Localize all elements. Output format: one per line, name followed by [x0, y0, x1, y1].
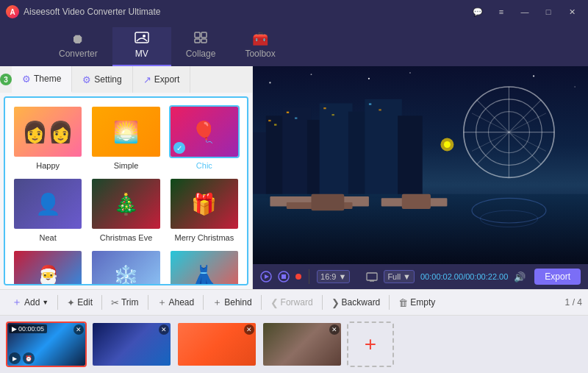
ahead-icon: ＋: [157, 296, 167, 309]
film-clock-icon[interactable]: ⏰: [23, 352, 35, 364]
aspect-dropdown-icon: ▼: [338, 272, 346, 281]
add-label: Add: [24, 297, 40, 308]
title-bar-left: A Aiseesoft Video Converter Ultimate: [6, 5, 161, 18]
svg-rect-3: [201, 32, 207, 38]
edit-icon: ✦: [67, 297, 75, 308]
theme-simple-label: Simple: [114, 161, 139, 170]
svg-rect-4: [195, 39, 200, 43]
tab-setting[interactable]: ⚙ Setting: [72, 66, 132, 93]
filmstrip-film3[interactable]: ✕: [176, 322, 257, 367]
behind-button[interactable]: ＋ Behind: [207, 293, 257, 312]
svg-point-12: [575, 86, 576, 87]
film-close-button[interactable]: ✕: [329, 324, 340, 335]
volume-button[interactable]: 🔊: [514, 271, 526, 283]
svg-point-39: [444, 141, 451, 148]
nav-collage-label: Collage: [186, 49, 216, 59]
tab-setting-label: Setting: [94, 74, 121, 85]
tab-export[interactable]: ↗ Export: [133, 66, 191, 93]
add-button[interactable]: ＋ Add ▼: [6, 293, 54, 312]
collage-icon: [194, 32, 207, 46]
svg-rect-52: [367, 273, 377, 280]
toolbar-divider-5: [261, 295, 262, 310]
close-button[interactable]: ✕: [562, 4, 582, 19]
maximize-button[interactable]: □: [538, 4, 559, 19]
svg-rect-23: [287, 112, 289, 113]
trim-label: Trim: [121, 297, 139, 308]
edit-button[interactable]: ✦ Edit: [61, 294, 98, 311]
filmstrip-film4[interactable]: ✕: [262, 322, 343, 367]
video-preview: [253, 66, 588, 264]
toolbar-divider-1: [57, 295, 58, 310]
themes-grid: 👩‍👩Happy🌅Simple🎈✓Chic👤Neat🎄Christmas Eve…: [4, 96, 248, 285]
mv-icon: [135, 32, 149, 46]
control-divider: [309, 269, 309, 284]
film-close-button[interactable]: ✕: [159, 324, 169, 335]
forward-button[interactable]: ❮ Forward: [265, 294, 319, 311]
minimize-button[interactable]: —: [514, 4, 535, 19]
toolbar-divider-3: [148, 295, 148, 310]
filmstrip-film1[interactable]: ▶ 00:00:05 ▶ ⏰ ✕: [6, 322, 87, 367]
svg-rect-45: [402, 194, 431, 209]
nav-toolbox[interactable]: 🧰 Toolbox: [230, 28, 290, 66]
theme-neat-label: Neat: [40, 233, 57, 242]
fit-dropdown-icon: ▼: [403, 272, 411, 281]
behind-label: Behind: [224, 297, 251, 308]
svg-rect-17: [320, 103, 353, 198]
theme-neat[interactable]: 👤Neat: [12, 177, 83, 242]
add-more-button[interactable]: +: [347, 322, 394, 367]
bottom-toolbar: ＋ Add ▼ ✦ Edit ✂ Trim ＋ Ahead ＋ Behind ❮…: [0, 289, 588, 316]
svg-rect-19: [365, 99, 401, 198]
video-controls: 16:9 ▼ Full ▼ 00:00:02.00/00:00:22.00: [253, 264, 588, 289]
tab-theme[interactable]: ⚙ Theme: [12, 66, 72, 93]
svg-rect-21: [268, 120, 270, 121]
filmstrip-film2[interactable]: ✕: [91, 322, 172, 367]
theme-simple[interactable]: 🌅Simple: [90, 105, 161, 170]
export-button[interactable]: Export: [534, 269, 581, 285]
aspect-ratio-select[interactable]: 16:9 ▼: [317, 270, 350, 283]
nav-mv[interactable]: MV: [112, 27, 171, 66]
forward-icon: ❮: [270, 297, 279, 308]
menu-button[interactable]: ≡: [491, 4, 512, 19]
ahead-label: Ahead: [169, 297, 195, 308]
theme-tab-icon: ⚙: [22, 74, 31, 85]
toolbox-icon: 🧰: [252, 32, 268, 46]
theme-chic-label: Chic: [196, 161, 212, 170]
svg-rect-20: [398, 116, 423, 198]
play-button[interactable]: [260, 271, 272, 283]
empty-button[interactable]: 🗑 Empty: [392, 294, 441, 311]
chat-button[interactable]: 💬: [467, 4, 488, 19]
theme-chic[interactable]: 🎈✓Chic: [169, 105, 240, 170]
monitor-icon: [366, 272, 378, 282]
right-panel: 16:9 ▼ Full ▼ 00:00:02.00/00:00:22.00: [253, 66, 588, 289]
theme-stripes-waves[interactable]: 👗Stripes & Waves: [169, 249, 240, 285]
fit-mode-select[interactable]: Full ▼: [384, 270, 415, 283]
backward-button[interactable]: ❯ Backward: [326, 294, 387, 311]
empty-label: Empty: [410, 297, 435, 308]
svg-rect-24: [295, 117, 297, 118]
film-close-button[interactable]: ✕: [244, 324, 254, 335]
svg-rect-22: [274, 124, 276, 125]
fit-mode-value: Full: [387, 272, 401, 281]
export-tab-icon: ↗: [143, 74, 151, 85]
svg-rect-15: [282, 107, 311, 198]
nav-converter[interactable]: ⏺ Converter: [44, 28, 112, 66]
filmstrip: ▶ 00:00:05 ▶ ⏰ ✕✕✕✕+: [0, 316, 588, 373]
nav-collage[interactable]: Collage: [171, 27, 231, 66]
title-bar-controls: 💬 ≡ — □ ✕: [467, 4, 582, 19]
stop-button[interactable]: [278, 271, 290, 283]
ahead-button[interactable]: ＋ Ahead: [151, 293, 201, 312]
theme-snowy-night[interactable]: ❄️Snowy Night: [90, 249, 161, 285]
backward-label: Backward: [342, 297, 381, 308]
theme-santa-claus[interactable]: 🎅Santa Claus: [12, 249, 83, 285]
svg-rect-27: [369, 103, 371, 104]
toolbar-divider-6: [322, 295, 323, 310]
film-close-button[interactable]: ✕: [74, 324, 84, 335]
trim-button[interactable]: ✂ Trim: [105, 294, 145, 311]
theme-happy[interactable]: 👩‍👩Happy: [12, 105, 83, 170]
svg-point-9: [368, 78, 370, 79]
toolbar-divider-7: [389, 295, 390, 310]
theme-merry-christmas[interactable]: 🎁Merry Christmas: [169, 177, 240, 242]
theme-christmas-eve[interactable]: 🎄Christmas Eve: [90, 177, 161, 242]
film-play-icon[interactable]: ▶: [9, 352, 21, 364]
add-icon: ＋: [12, 296, 22, 309]
